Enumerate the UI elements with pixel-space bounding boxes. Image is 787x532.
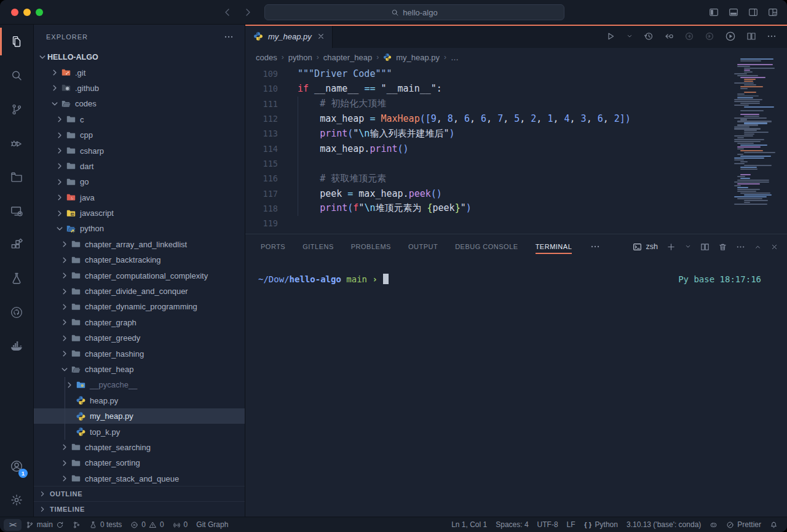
tree-item-chapter_hashing[interactable]: chapter_hashing xyxy=(34,346,245,361)
tree-item-__pycache__[interactable]: __pycache__ xyxy=(34,377,245,392)
tree-item-javascript[interactable]: JSjavascript xyxy=(34,205,245,221)
activity-testing[interactable] xyxy=(0,261,33,295)
tree-item-chapter_stack_and_queue[interactable]: chapter_stack_and_queue xyxy=(34,471,245,486)
status-gitlens[interactable] xyxy=(68,519,85,531)
breadcrumb-python[interactable]: python xyxy=(288,53,312,62)
activity-github[interactable] xyxy=(0,295,33,329)
navigate-forward-icon[interactable] xyxy=(243,7,253,17)
panel-tab-problems[interactable]: PROBLEMS xyxy=(351,234,391,259)
status-cursor-position[interactable]: Ln 1, Col 1 xyxy=(447,519,491,531)
status-git-graph[interactable]: Git Graph xyxy=(192,519,232,531)
split-editor-icon[interactable] xyxy=(746,31,756,41)
terminal[interactable]: ~/Dow/hello-algo main › Py base 18:17:16 xyxy=(245,259,787,517)
status-git-branch[interactable]: main xyxy=(22,519,68,531)
tree-item-chapter_heap[interactable]: chapter_heap xyxy=(34,362,245,377)
next-change-icon[interactable] xyxy=(705,31,714,41)
status-problems[interactable]: 00 xyxy=(126,519,168,531)
tree-item-.github[interactable]: .github xyxy=(34,81,245,96)
breadcrumb-my_heap.py[interactable]: my_heap.py xyxy=(396,53,440,62)
new-terminal-icon[interactable] xyxy=(666,242,676,252)
tree-item-chapter_greedy[interactable]: chapter_greedy xyxy=(34,330,245,346)
toggle-primary-sidebar-icon[interactable] xyxy=(709,7,719,17)
customize-layout-icon[interactable] xyxy=(768,7,778,17)
more-actions-icon[interactable] xyxy=(767,31,777,41)
activity-source-control[interactable] xyxy=(0,92,33,126)
section-timeline[interactable]: TIMELINE xyxy=(34,501,245,517)
tree-item-cpp[interactable]: cpp xyxy=(34,127,245,143)
tree-item-chapter_computational_complexity[interactable]: chapter_computational_complexity xyxy=(34,268,245,283)
tree-item-.git[interactable]: .git xyxy=(34,65,245,80)
command-center-search[interactable]: hello-algo xyxy=(264,4,564,20)
panel-tab-terminal[interactable]: TERMINAL xyxy=(536,234,572,259)
tree-item-python[interactable]: python xyxy=(34,221,245,236)
status-feedback[interactable]: 0 xyxy=(168,519,192,531)
activity-accounts[interactable]: 1 xyxy=(0,449,33,483)
panel-tab-ports[interactable]: PORTS xyxy=(261,234,285,259)
previous-change-icon[interactable] xyxy=(684,31,694,41)
status-prettier[interactable]: Prettier xyxy=(722,519,765,531)
toggle-secondary-sidebar-icon[interactable] xyxy=(748,7,758,17)
tree-item-csharp[interactable]: csharp xyxy=(34,143,245,158)
activity-settings[interactable] xyxy=(0,483,33,517)
tree-item-my_heap.py[interactable]: my_heap.py xyxy=(34,408,245,424)
run-dropdown-icon[interactable] xyxy=(626,33,633,40)
activity-extensions[interactable] xyxy=(0,228,33,261)
tree-item-java[interactable]: java xyxy=(34,190,245,205)
status-indentation[interactable]: Spaces: 4 xyxy=(491,519,532,531)
tree-item-codes[interactable]: codes xyxy=(34,96,245,111)
split-terminal-icon[interactable] xyxy=(700,242,710,252)
code-editor[interactable]: 109 """Driver Code""" 110 if __name__ ==… xyxy=(245,66,787,234)
navigate-back-icon[interactable] xyxy=(223,7,232,17)
close-panel-icon[interactable] xyxy=(770,243,778,251)
tree-item-chapter_searching[interactable]: chapter_searching xyxy=(34,440,245,455)
tree-item-chapter_array_and_linkedlist[interactable]: chapter_array_and_linkedlist xyxy=(34,237,245,252)
status-python-interpreter[interactable]: 3.10.13 ('base': conda) xyxy=(622,519,705,531)
activity-run-and-debug[interactable] xyxy=(0,126,33,160)
activity-docker[interactable] xyxy=(0,329,33,363)
run-icon[interactable] xyxy=(606,31,615,41)
breadcrumb-…[interactable]: … xyxy=(451,53,459,62)
activity-search[interactable] xyxy=(0,58,33,92)
close-tab-icon[interactable] xyxy=(317,32,325,41)
activity-project-manager[interactable] xyxy=(0,160,33,194)
maximize-window-button[interactable] xyxy=(36,9,43,16)
minimize-window-button[interactable] xyxy=(23,9,31,16)
status-encoding[interactable]: UTF-8 xyxy=(533,519,563,531)
section-outline[interactable]: OUTLINE xyxy=(34,486,245,501)
file-history-icon[interactable] xyxy=(644,31,654,41)
status-copilot[interactable] xyxy=(705,519,722,531)
kill-terminal-icon[interactable] xyxy=(718,242,727,252)
tree-item-dart[interactable]: dart xyxy=(34,159,245,174)
close-window-button[interactable] xyxy=(11,9,18,16)
terminal-dropdown-icon[interactable] xyxy=(684,243,692,250)
tree-item-go[interactable]: go xyxy=(34,174,245,189)
terminal-shell-selector[interactable]: zsh xyxy=(633,242,658,252)
status-language-mode[interactable]: { }Python xyxy=(580,519,622,531)
breadcrumb-codes[interactable]: codes xyxy=(256,53,277,62)
tree-item-chapter_sorting[interactable]: chapter_sorting xyxy=(34,455,245,470)
tree-item-top_k.py[interactable]: top_k.py xyxy=(34,424,245,439)
run-code-icon[interactable] xyxy=(725,31,736,42)
compare-changes-icon[interactable] xyxy=(664,31,674,41)
tab-my_heap.py[interactable]: my_heap.py xyxy=(245,25,333,48)
activity-remote-explorer[interactable] xyxy=(0,194,33,228)
status-eol[interactable]: LF xyxy=(563,519,580,531)
tree-item-chapter_dynamic_programming[interactable]: chapter_dynamic_programming xyxy=(34,299,245,314)
tree-item-c[interactable]: c xyxy=(34,112,245,127)
panel-tab-output[interactable]: OUTPUT xyxy=(408,234,438,259)
tree-item-chapter_divide_and_conquer[interactable]: chapter_divide_and_conquer xyxy=(34,284,245,299)
tree-item-chapter_graph[interactable]: chapter_graph xyxy=(34,315,245,330)
activity-explorer[interactable] xyxy=(0,25,33,58)
status-notifications[interactable] xyxy=(765,519,782,531)
toggle-panel-icon[interactable] xyxy=(729,7,738,17)
tree-item-heap.py[interactable]: heap.py xyxy=(34,393,245,408)
status-remote[interactable]: >< xyxy=(4,519,22,531)
breadcrumb-chapter_heap[interactable]: chapter_heap xyxy=(323,53,373,62)
panel-tab-gitlens[interactable]: GITLENS xyxy=(303,234,334,259)
explorer-more-actions-icon[interactable] xyxy=(224,32,234,42)
tree-item-chapter_backtracking[interactable]: chapter_backtracking xyxy=(34,252,245,268)
panel-more-actions-icon[interactable] xyxy=(736,242,745,252)
status-tests[interactable]: 0 tests xyxy=(85,519,126,531)
maximize-panel-icon[interactable] xyxy=(754,243,762,251)
panel-tab-debug-console[interactable]: DEBUG CONSOLE xyxy=(455,234,518,259)
